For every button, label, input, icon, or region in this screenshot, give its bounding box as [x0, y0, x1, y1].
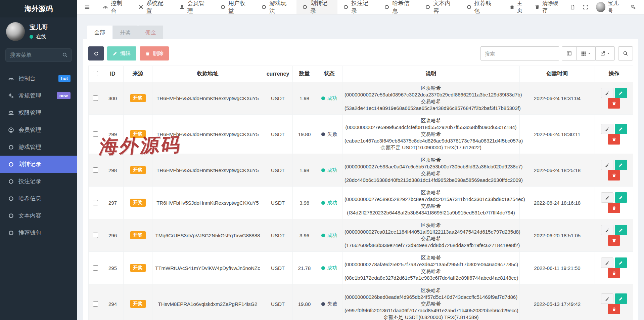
row-edit-button[interactable] — [615, 88, 627, 98]
row-delete-button[interactable] — [608, 268, 620, 278]
sidebar-item-游戏管理[interactable]: 游戏管理 — [0, 138, 77, 156]
topnav-item-控制台[interactable]: 控制台 — [97, 0, 133, 14]
sidebar-item-推荐钱包[interactable]: 推荐钱包 — [0, 224, 77, 241]
row-detail-button[interactable] — [601, 160, 613, 170]
sidebar-item-文本内容[interactable]: 文本内容 — [0, 207, 77, 224]
sidebar-item-权限管理[interactable]: 权限管理 — [0, 104, 77, 121]
column-header[interactable]: 说明 — [342, 66, 520, 82]
row-edit-button[interactable] — [615, 192, 627, 203]
ring-icon — [384, 4, 389, 10]
topbar-user-menu[interactable]: 宝儿哥 — [596, 0, 623, 14]
row-source-cell: 开奖 — [124, 252, 152, 284]
pencil-icon — [618, 261, 623, 265]
row-detail-button[interactable] — [601, 124, 613, 134]
row-detail-button[interactable] — [601, 88, 613, 98]
row-status-cell: 成功 — [316, 82, 342, 115]
sidebar-toggle-button[interactable] — [77, 0, 97, 14]
home-link[interactable]: 主页 — [509, 0, 527, 14]
row-checkbox[interactable] — [93, 233, 98, 238]
delete-button[interactable]: 删除 — [140, 46, 169, 61]
row-delete-button[interactable] — [608, 170, 620, 181]
select-all-checkbox[interactable] — [93, 71, 98, 76]
column-header[interactable]: 数量 — [293, 66, 316, 82]
table-row: 294开奖THsvM8EPRA1o6vqiskdxm2ZaPgRF14isG2U… — [89, 284, 633, 320]
row-detail-button[interactable] — [601, 225, 613, 235]
column-header[interactable]: ID — [102, 66, 124, 82]
tab-开奖[interactable]: 开奖 — [113, 26, 138, 39]
description-line: 区块哈希(00000000027e58905282927bc8ea7dadc20… — [344, 189, 517, 203]
column-header[interactable]: currency — [263, 66, 293, 82]
ring-icon — [8, 161, 14, 167]
topnav-item-系统配置[interactable]: 系统配置 — [133, 0, 174, 14]
table-search-input[interactable] — [480, 46, 559, 61]
row-delete-button[interactable] — [608, 98, 620, 109]
columns-button[interactable] — [576, 46, 595, 61]
topnav-item-推荐钱包[interactable]: 推荐钱包 — [461, 0, 502, 14]
trash-icon — [145, 51, 150, 56]
row-status-cell: 失败 — [316, 115, 342, 154]
row-amount: 1.98 — [293, 82, 316, 115]
sidebar-item-常规管理[interactable]: 常规管理new — [0, 87, 77, 104]
column-header[interactable]: 来源 — [124, 66, 152, 82]
column-header[interactable]: 收款地址 — [152, 66, 263, 82]
sidebar-item-投注记录[interactable]: 投注记录 — [0, 173, 77, 190]
topbar-tabs: 控制台系统配置会员管理用户收益游戏玩法划转记录投注记录哈希信息文本内容推荐钱包 — [97, 0, 502, 14]
row-edit-button[interactable] — [615, 257, 627, 268]
row-select-cell — [89, 187, 102, 219]
topnav-item-哈希信息[interactable]: 哈希信息 — [378, 0, 419, 14]
row-edit-button[interactable] — [615, 293, 627, 304]
refresh-icon — [94, 51, 99, 56]
topnav-item-文本内容[interactable]: 文本内容 — [419, 0, 460, 14]
row-delete-button[interactable] — [608, 235, 620, 246]
tab-全部[interactable]: 全部 — [87, 26, 112, 39]
topnav-item-用户收益[interactable]: 用户收益 — [215, 0, 256, 14]
row-edit-button[interactable] — [615, 225, 627, 235]
tab-佣金[interactable]: 佣金 — [138, 26, 163, 39]
settings-button[interactable] — [631, 4, 636, 10]
sidebar-item-划转记录[interactable]: 划转记录 — [0, 156, 77, 173]
row-source-cell: 开奖 — [124, 115, 152, 154]
row-delete-button[interactable] — [608, 304, 620, 314]
row-detail-button[interactable] — [601, 192, 613, 203]
search-button[interactable] — [618, 46, 633, 61]
row-detail-button[interactable] — [601, 257, 613, 268]
row-delete-button[interactable] — [608, 203, 620, 213]
row-delete-button[interactable] — [608, 134, 620, 145]
row-checkbox[interactable] — [93, 167, 98, 173]
trash-icon — [612, 238, 616, 243]
row-edit-button[interactable] — [615, 160, 627, 170]
clear-cache-label: 清除缓存 — [542, 0, 562, 14]
user-avatar[interactable] — [6, 22, 25, 41]
row-checkbox[interactable] — [93, 131, 98, 137]
toggle-view-button[interactable] — [562, 46, 576, 61]
status-label: 成功 — [327, 265, 337, 271]
clear-cache-button[interactable]: 清除缓存 — [535, 0, 562, 14]
export-button[interactable] — [595, 46, 615, 61]
fullscreen-button[interactable] — [583, 4, 588, 10]
description-line: 交易哈希(53a2de41ec14a8919e68a6652ae65c2a438… — [344, 98, 517, 112]
refresh-button[interactable] — [88, 46, 104, 61]
column-header[interactable]: 操作 — [595, 66, 633, 82]
column-header[interactable]: 状态 — [316, 66, 342, 82]
topnav-item-划转记录[interactable]: 划转记录 — [296, 0, 337, 14]
row-checkbox[interactable] — [93, 200, 98, 205]
description-line: 交易哈希(f34d2ff27620232b6448af2b3b84341f869… — [344, 203, 517, 216]
row-source-cell: 开奖 — [124, 82, 152, 115]
sidebar-item-控制台[interactable]: 控制台hot — [0, 70, 77, 87]
row-checkbox[interactable] — [93, 301, 98, 307]
log-button[interactable] — [570, 4, 575, 10]
table-row: 299开奖TR6HVFbHv5SJdoHnmKtRexsvptwgCKXuY5U… — [89, 115, 633, 154]
trash-icon — [535, 4, 540, 10]
topnav-item-投注记录[interactable]: 投注记录 — [337, 0, 378, 14]
sidebar-item-哈希信息[interactable]: 哈希信息 — [0, 190, 77, 207]
row-checkbox[interactable] — [93, 265, 98, 271]
column-header[interactable]: 创建时间 — [520, 66, 595, 82]
row-checkbox[interactable] — [93, 95, 98, 101]
row-detail-button[interactable] — [601, 293, 613, 304]
sidebar-item-会员管理[interactable]: 会员管理 — [0, 121, 77, 138]
topnav-item-游戏玩法[interactable]: 游戏玩法 — [256, 0, 296, 14]
topnav-item-会员管理[interactable]: 会员管理 — [174, 0, 215, 14]
edit-button[interactable]: 编辑 — [107, 46, 136, 61]
table-view-icon — [566, 51, 572, 56]
row-edit-button[interactable] — [615, 124, 627, 134]
